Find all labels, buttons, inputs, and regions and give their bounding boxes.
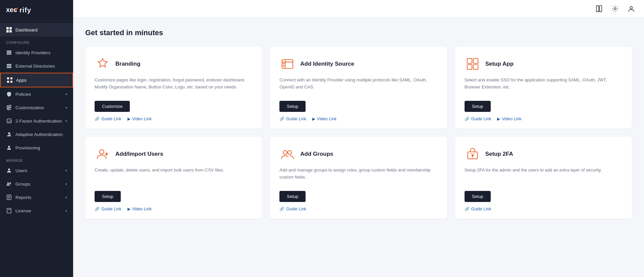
- provisioning-icon: [6, 145, 12, 151]
- sidebar-item-dashboard[interactable]: Dashboard: [0, 23, 73, 37]
- sidebar-item-customization[interactable]: Customization ▾: [0, 101, 73, 114]
- svg-rect-5: [9, 30, 12, 32]
- sidebar-item-users[interactable]: Users ▾: [0, 164, 73, 177]
- user-profile-icon[interactable]: [627, 4, 636, 13]
- book-icon[interactable]: [594, 4, 604, 13]
- external-link-icon: 🔗: [279, 207, 284, 211]
- setup-users-button[interactable]: Setup: [95, 191, 121, 202]
- card-links: 🔗 Guide Link ▶ Video Link: [279, 117, 437, 121]
- card-links: 🔗 Guide Link ▶ Video Link: [465, 117, 623, 121]
- setup-identity-source-button[interactable]: Setup: [279, 101, 306, 112]
- card-add-groups: Add Groups Add and manage groups to assi…: [270, 137, 447, 219]
- apps-icon: [7, 77, 13, 83]
- svg-point-17: [7, 107, 9, 109]
- content-area: Get started in minutes Branding Customiz…: [73, 18, 644, 277]
- svg-rect-6: [7, 51, 11, 52]
- svg-rect-13: [10, 77, 12, 79]
- svg-point-25: [8, 146, 10, 148]
- groups-icon: [6, 181, 12, 187]
- svg-point-21: [8, 109, 10, 110]
- card-setup-2fa: Setup 2FA Setup 2FA for the admin and th…: [455, 137, 632, 219]
- video-link[interactable]: ▶ Video Link: [497, 117, 521, 121]
- sidebar-item-label: Reports: [15, 195, 31, 200]
- guide-link[interactable]: 🔗 Guide Link: [465, 207, 491, 211]
- main-content: Get started in minutes Branding Customiz…: [73, 0, 644, 277]
- video-link[interactable]: ▶ Video Link: [127, 207, 152, 211]
- setup-2fa-button[interactable]: Setup: [465, 191, 491, 202]
- card-title: Setup 2FA: [485, 151, 513, 157]
- sidebar-item-reports[interactable]: Reports ▾: [0, 191, 73, 204]
- svg-rect-8: [7, 54, 11, 55]
- sidebar-item-label: Users: [15, 168, 27, 173]
- chevron-down-icon: ▾: [65, 196, 67, 199]
- external-link-icon: 🔗: [95, 117, 100, 121]
- license-icon: [6, 208, 12, 214]
- setup-app-button[interactable]: Setup: [465, 101, 491, 112]
- card-links: 🔗 Guide Link ▶ Video Link: [95, 117, 253, 121]
- sidebar-item-provisioning[interactable]: Provisioning: [0, 141, 73, 154]
- 2fa-icon: 123: [6, 118, 12, 124]
- sidebar-item-label: Dashboard: [15, 27, 38, 32]
- guide-link[interactable]: 🔗 Guide Link: [465, 117, 491, 121]
- card-header: Add Groups: [279, 146, 437, 162]
- svg-rect-14: [7, 81, 9, 83]
- cards-grid: Branding Customize pages like login, reg…: [85, 47, 632, 219]
- svg-rect-36: [599, 6, 602, 12]
- sidebar-item-groups[interactable]: Groups ▾: [0, 177, 73, 191]
- card-add-identity-source: Add Identity Source Connect with an Iden…: [270, 47, 447, 129]
- setup-2fa-icon: [465, 146, 481, 162]
- chevron-down-icon: ▾: [65, 92, 67, 96]
- guide-link[interactable]: 🔗 Guide Link: [95, 117, 121, 121]
- sidebar-item-label: Policies: [15, 92, 31, 97]
- video-link[interactable]: ▶ Video Link: [127, 117, 152, 121]
- sidebar-item-policies[interactable]: Policies ▾: [0, 87, 73, 101]
- video-link[interactable]: ▶ Video Link: [312, 117, 336, 121]
- sidebar-item-external-directories[interactable]: External Directories: [0, 59, 73, 73]
- card-links: 🔗 Guide Link: [465, 207, 623, 211]
- branding-icon: [95, 56, 111, 72]
- setup-groups-button[interactable]: Setup: [279, 191, 306, 202]
- add-groups-icon: [279, 146, 296, 162]
- svg-rect-12: [7, 77, 9, 79]
- sidebar-item-identity-providers[interactable]: Identity Providers: [0, 46, 73, 59]
- chevron-down-icon: ▾: [65, 106, 67, 110]
- svg-rect-47: [473, 65, 478, 69]
- card-add-users: Add/Import Users Create, update, delete …: [85, 137, 262, 219]
- svg-point-38: [630, 7, 633, 9]
- svg-point-52: [288, 151, 291, 154]
- external-link-icon: 🔗: [465, 207, 470, 211]
- svg-point-26: [8, 168, 10, 170]
- svg-point-28: [9, 183, 11, 184]
- guide-link[interactable]: 🔗 Guide Link: [279, 207, 306, 211]
- svg-rect-57: [473, 153, 475, 154]
- svg-rect-10: [7, 66, 11, 67]
- customize-button[interactable]: Customize: [95, 101, 130, 112]
- play-icon: ▶: [497, 117, 500, 121]
- svg-point-48: [99, 150, 104, 154]
- page-title: Get started in minutes: [85, 28, 632, 37]
- sidebar-item-label: Apps: [16, 78, 26, 83]
- svg-rect-45: [473, 59, 478, 63]
- svg-rect-35: [596, 6, 599, 12]
- svg-text:✓: ✓: [13, 6, 18, 13]
- sidebar-item-label: External Directories: [15, 64, 55, 69]
- svg-rect-15: [10, 81, 12, 83]
- section-manage: Manage: [0, 154, 73, 164]
- sidebar-item-license[interactable]: License ▾: [0, 204, 73, 217]
- card-setup-app: Setup App Select and enable SSO for the …: [455, 47, 632, 129]
- settings-icon[interactable]: [610, 4, 620, 13]
- card-header: Branding: [95, 56, 253, 72]
- card-header: Add Identity Source: [279, 56, 437, 72]
- guide-link[interactable]: 🔗 Guide Link: [95, 207, 121, 211]
- play-icon: ▶: [312, 117, 315, 121]
- card-title: Add Identity Source: [300, 61, 354, 67]
- sidebar-item-label: Adaptive Authentication: [15, 132, 63, 137]
- sidebar-item-adaptive-auth[interactable]: Adaptive Authentication: [0, 128, 73, 141]
- chevron-down-icon: ▾: [65, 209, 67, 213]
- users-icon: [6, 167, 12, 174]
- card-header: Setup App: [465, 56, 623, 72]
- sidebar-item-apps[interactable]: Apps: [0, 73, 73, 87]
- guide-link[interactable]: 🔗 Guide Link: [279, 117, 306, 121]
- sidebar-item-2fa[interactable]: 123 2-Factor Authentication ▾: [0, 114, 73, 128]
- reports-icon: [6, 194, 12, 200]
